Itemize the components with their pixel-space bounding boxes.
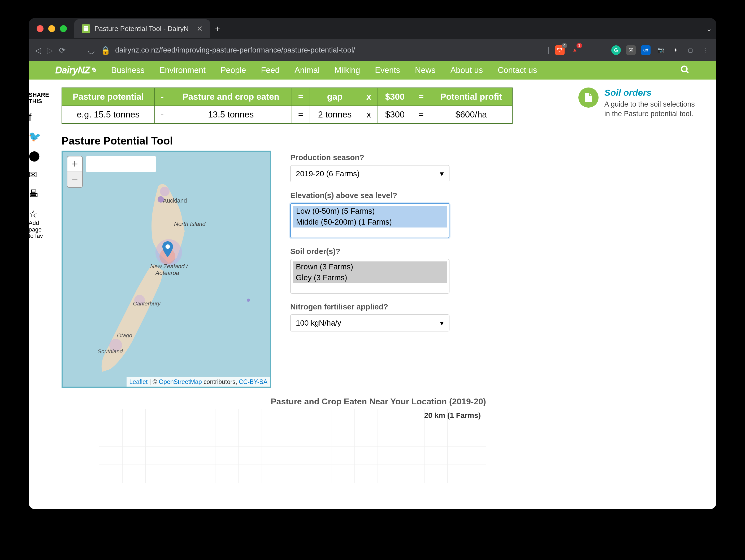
- map[interactable]: Auckland North Island New Zealand / Aote…: [62, 151, 271, 388]
- chart-title: Pasture and Crop Eaten Near Your Locatio…: [62, 397, 695, 407]
- favorite-star-icon[interactable]: ☆: [29, 208, 43, 220]
- soil-orders-title: Soil orders: [604, 88, 695, 98]
- svg-point-11: [247, 299, 250, 302]
- main-content: Soil orders A guide to the soil selectio…: [62, 88, 695, 483]
- toolbar-extensions: | 🛡4 🔺1 G 50 Off 📷 ✦ ▢ ⋮: [548, 45, 710, 55]
- elevation-option[interactable]: Middle (50-200m) (1 Farms): [293, 217, 447, 228]
- brave-shield-icon[interactable]: 🛡4: [555, 45, 564, 55]
- window-controls: [33, 25, 67, 32]
- twitter-icon[interactable]: 🐦: [29, 131, 43, 142]
- linkedin-icon[interactable]: ⬤: [29, 150, 43, 162]
- nitrogen-label: Nitrogen fertiliser applied?: [290, 303, 449, 311]
- soil-orders-sidebar[interactable]: Soil orders A guide to the soil selectio…: [578, 88, 695, 119]
- soil-option[interactable]: Gley (3 Farms): [293, 272, 447, 283]
- nav-about[interactable]: About us: [451, 66, 483, 75]
- close-window-icon[interactable]: [37, 25, 43, 32]
- url-field[interactable]: 🔒 dairynz.co.nz/feed/improving-pasture-p…: [101, 46, 542, 55]
- page-content: DairyNZ✎ Business Environment People Fee…: [29, 61, 716, 509]
- new-tab-button[interactable]: +: [215, 24, 220, 34]
- pdf-icon: [578, 88, 598, 108]
- facebook-icon[interactable]: f: [29, 112, 43, 123]
- maximize-window-icon[interactable]: [60, 25, 67, 32]
- svg-text:New Zealand /: New Zealand /: [150, 263, 188, 270]
- map-zoom-control: + −: [67, 156, 83, 188]
- table-example-row: e.g. 15.5 tonnes - 13.5 tonnes = 2 tonne…: [62, 106, 512, 124]
- elevation-label: Elevation(s) above sea level?: [290, 191, 449, 200]
- svg-line-4: [686, 71, 688, 73]
- nav-people[interactable]: People: [221, 66, 246, 75]
- osm-link[interactable]: OpenStreetMap: [159, 378, 202, 385]
- svg-text:Southland: Southland: [98, 348, 123, 354]
- email-icon[interactable]: ✉: [29, 169, 43, 181]
- search-icon[interactable]: [680, 65, 690, 76]
- browser-window: Pasture Potential Tool - DairyN ✕ + ⌄ ◁ …: [29, 18, 716, 509]
- favorite-label: Addpageto fav: [29, 220, 43, 239]
- titlebar: Pasture Potential Tool - DairyN ✕ + ⌄: [29, 18, 716, 39]
- soil-listbox[interactable]: Brown (3 Farms) Gley (3 Farms): [290, 259, 449, 293]
- extension-50-icon[interactable]: 50: [626, 45, 636, 55]
- chart: 20 km (1 Farms): [99, 409, 486, 483]
- tool-body: Auckland North Island New Zealand / Aote…: [62, 151, 695, 388]
- zoom-in-button[interactable]: +: [67, 156, 82, 172]
- share-divider: [29, 205, 43, 205]
- svg-point-19: [166, 244, 170, 249]
- extension-off-icon[interactable]: Off: [641, 45, 651, 55]
- svg-point-3: [682, 66, 687, 72]
- svg-text:Otago: Otago: [117, 332, 132, 338]
- tab-overflow-icon[interactable]: ⌄: [706, 24, 712, 33]
- map-attribution: Leaflet | © OpenStreetMap contributors, …: [127, 377, 270, 387]
- wallet-icon[interactable]: ▢: [686, 45, 695, 55]
- table-header-row: Pasture potential - Pasture and crop eat…: [62, 88, 512, 106]
- map-pin-icon[interactable]: [162, 241, 173, 257]
- svg-rect-1: [85, 28, 88, 28]
- dropdown-caret-icon: ▾: [440, 169, 444, 178]
- nav-environment[interactable]: Environment: [159, 66, 206, 75]
- triangle-extension-icon[interactable]: 🔺1: [570, 45, 579, 55]
- soil-orders-desc: A guide to the soil selections in the Pa…: [604, 99, 695, 119]
- nav-business[interactable]: Business: [111, 66, 144, 75]
- season-label: Production season?: [290, 153, 449, 162]
- svg-rect-2: [85, 29, 88, 29]
- forward-button: ▷: [47, 46, 53, 55]
- nav-events[interactable]: Events: [375, 66, 400, 75]
- dropdown-caret-icon: ▾: [440, 318, 444, 327]
- menu-icon[interactable]: ⋮: [701, 45, 710, 55]
- reload-button[interactable]: ⟳: [59, 46, 66, 55]
- minimize-window-icon[interactable]: [48, 25, 55, 32]
- nav-news[interactable]: News: [415, 66, 435, 75]
- svg-text:North Island: North Island: [174, 221, 206, 227]
- share-heading: SHARETHIS: [29, 92, 43, 104]
- bookmark-icon[interactable]: ◡: [88, 46, 95, 55]
- nitrogen-select[interactable]: 100 kgN/ha/y ▾: [290, 314, 449, 331]
- svg-text:Auckland: Auckland: [163, 197, 187, 204]
- nav-contact[interactable]: Contact us: [498, 66, 537, 75]
- svg-point-5: [160, 187, 169, 196]
- tab-favicon: [82, 24, 90, 33]
- share-panel: SHARETHIS f 🐦 ⬤ ✉ 🖶 ☆ Addpageto fav: [29, 92, 43, 239]
- print-icon[interactable]: 🖶: [29, 188, 43, 199]
- camera-extension-icon[interactable]: 📷: [656, 45, 666, 55]
- elevation-listbox[interactable]: Low (0-50m) (5 Farms) Middle (50-200m) (…: [290, 203, 449, 238]
- elevation-option[interactable]: Low (0-50m) (5 Farms): [293, 206, 447, 217]
- calculation-table: Pasture potential - Pasture and crop eat…: [62, 88, 513, 124]
- tool-heading: Pasture Potential Tool: [62, 135, 695, 147]
- season-select[interactable]: 2019-20 (6 Farms) ▾: [290, 165, 449, 182]
- extensions-puzzle-icon[interactable]: ✦: [671, 45, 680, 55]
- nav-milking[interactable]: Milking: [334, 66, 360, 75]
- map-search-input[interactable]: [86, 156, 156, 172]
- leaflet-link[interactable]: Leaflet: [129, 378, 148, 385]
- nav-feed[interactable]: Feed: [261, 66, 280, 75]
- chart-distance-label: 20 km (1 Farms): [424, 411, 481, 420]
- grammarly-icon[interactable]: G: [611, 45, 621, 55]
- svg-text:Canterbury: Canterbury: [133, 301, 161, 307]
- browser-tab[interactable]: Pasture Potential Tool - DairyN ✕: [74, 20, 210, 38]
- soil-option[interactable]: Brown (3 Farms): [293, 261, 447, 272]
- nav-animal[interactable]: Animal: [294, 66, 320, 75]
- site-logo[interactable]: DairyNZ✎: [55, 65, 96, 76]
- cc-link[interactable]: CC-BY-SA: [239, 378, 267, 385]
- back-button[interactable]: ◁: [35, 46, 41, 55]
- lock-icon: 🔒: [101, 46, 110, 55]
- close-tab-icon[interactable]: ✕: [197, 24, 203, 33]
- zoom-out-button[interactable]: −: [67, 172, 82, 187]
- url-text: dairynz.co.nz/feed/improving-pasture-per…: [115, 46, 355, 55]
